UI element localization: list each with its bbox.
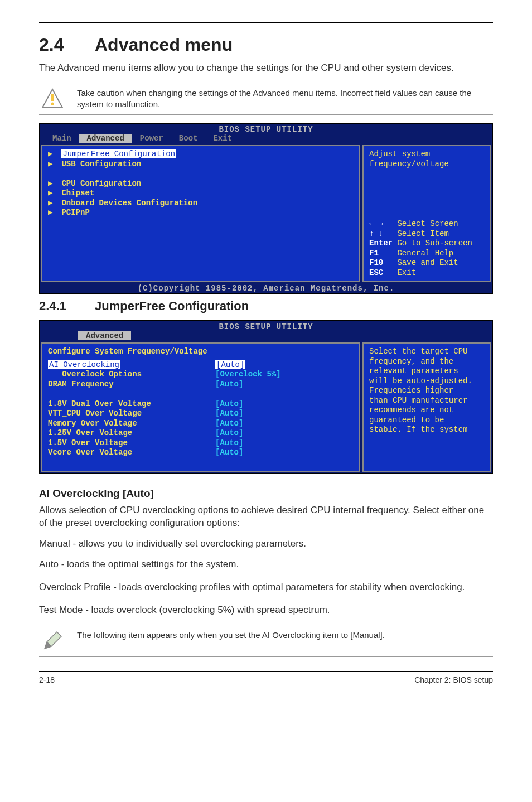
bios-tab-boot: Boot <box>171 134 206 143</box>
bios-right-panel: Adjust system frequency/voltage ← → Sele… <box>362 145 491 282</box>
page-number: 2-18 <box>39 675 55 684</box>
bios-menu-item: ▶ USB Configuration <box>48 160 354 170</box>
bios-key-hint: F1 General Help <box>369 249 484 259</box>
bios2-setting-row: AI Overclocking[Auto] <box>48 360 354 370</box>
bios-copyright: (C)Copyright 1985-2002, American Megatre… <box>40 283 492 293</box>
bios-menu-item: ▶ Chipset <box>48 189 354 199</box>
subsection-title: JumperFree Configuration <box>95 299 249 313</box>
bios2-left-panel: Configure System Frequency/Voltage AI Ov… <box>41 342 360 472</box>
bios-key-hint: ↑ ↓ Select Item <box>369 229 484 239</box>
bios2-setting-row: VTT_CPU Over Voltage[Auto] <box>48 409 354 419</box>
testmode-option: Test Mode - loads overclock (overclockin… <box>39 604 493 617</box>
bios-title: BIOS SETUP UTILITY <box>40 124 492 134</box>
bios-left-panel: ▶ JumperFree Configuration▶ USB Configur… <box>41 145 360 282</box>
bios-key-hint: Enter Go to Sub-screen <box>369 239 484 249</box>
manual-option: Manual - allows you to individually set … <box>39 538 493 550</box>
section-title-text: Advanced menu <box>95 35 233 55</box>
bios-screenshot-2: BIOS SETUP UTILITY Advanced Configure Sy… <box>39 320 493 474</box>
bios-menu-item: ▶ CPU Configuration <box>48 179 354 189</box>
bios-tab-main: Main <box>45 134 79 143</box>
intro-paragraph: The Advanced menu items allow you to cha… <box>39 62 493 75</box>
bios2-setting-row: 1.8V Dual Over Voltage[Auto] <box>48 399 354 409</box>
bios2-tab-advanced: Advanced <box>78 331 131 340</box>
subsection-heading: 2.4.1JumperFree Configuration <box>39 299 493 313</box>
section-number: 2.4 <box>39 35 95 55</box>
bios-tab-power: Power <box>132 134 171 143</box>
bios-tab-exit: Exit <box>205 134 240 143</box>
bios-menu-item: ▶ Onboard Devices Configuration <box>48 199 354 209</box>
chapter-label: Chapter 2: BIOS setup <box>414 675 493 684</box>
bios2-help-text: Select the target CPU frequency, and the… <box>369 347 484 435</box>
bios-tab-advanced: Advanced <box>79 134 132 143</box>
bios2-right-panel: Select the target CPU frequency, and the… <box>362 342 491 472</box>
bios-screenshot-1: BIOS SETUP UTILITY MainAdvancedPowerBoot… <box>39 123 493 294</box>
section-heading: 2.4Advanced menu <box>39 35 493 55</box>
subsection-number: 2.4.1 <box>39 299 95 313</box>
bios2-title: BIOS SETUP UTILITY <box>40 321 492 331</box>
bios2-setting-row: 1.5V Over Voltage[Auto] <box>48 438 354 448</box>
bios-tab-row: MainAdvancedPowerBootExit <box>40 134 492 144</box>
bios2-setting-row: DRAM Frequency[Auto] <box>48 380 354 390</box>
bios-key-hint: ESC Exit <box>369 268 484 278</box>
bios-key-hint: ← → Select Screen <box>369 219 484 229</box>
bios-help-text: Adjust system frequency/voltage <box>369 149 484 169</box>
page-footer: 2-18 Chapter 2: BIOS setup <box>39 671 493 684</box>
caution-callout: Take caution when changing the settings … <box>39 83 493 115</box>
spacer <box>48 169 354 179</box>
bios2-setting-row: Overclock Options[Overclock 5%] <box>48 370 354 380</box>
note-text: The following item appears only when you… <box>77 630 385 641</box>
profile-option: Overclock Profile - loads overclocking p… <box>39 579 493 596</box>
ai-overclocking-body: Allows selection of CPU overclocking opt… <box>39 504 493 530</box>
svg-point-2 <box>51 102 54 105</box>
bios2-setting-row: Vcore Over Voltage[Auto] <box>48 448 354 458</box>
pencil-icon <box>41 630 64 652</box>
bios-key-hint: F10 Save and Exit <box>369 258 484 268</box>
bios-key-hints: ← → Select Screen↑ ↓ Select ItemEnter Go… <box>369 219 484 278</box>
spacer <box>48 389 354 399</box>
svg-rect-1 <box>51 94 54 101</box>
bios2-tab-row: Advanced <box>40 331 492 341</box>
caution-text: Take caution when changing the settings … <box>77 88 493 110</box>
bios-menu-item: ▶ JumperFree Configuration <box>48 149 354 160</box>
bios-menu-item: ▶ PCIPnP <box>48 208 354 218</box>
auto-option: Auto - loads the optimal settings for th… <box>39 558 493 571</box>
caution-icon <box>41 88 64 110</box>
bios2-setting-row: Memory Over Voltage[Auto] <box>48 419 354 429</box>
note-callout: The following item appears only when you… <box>39 625 493 657</box>
bios2-heading: Configure System Frequency/Voltage <box>48 347 354 357</box>
ai-overclocking-heading: AI Overclocking [Auto] <box>39 487 493 500</box>
bios2-setting-row: 1.25V Over Voltage[Auto] <box>48 428 354 438</box>
